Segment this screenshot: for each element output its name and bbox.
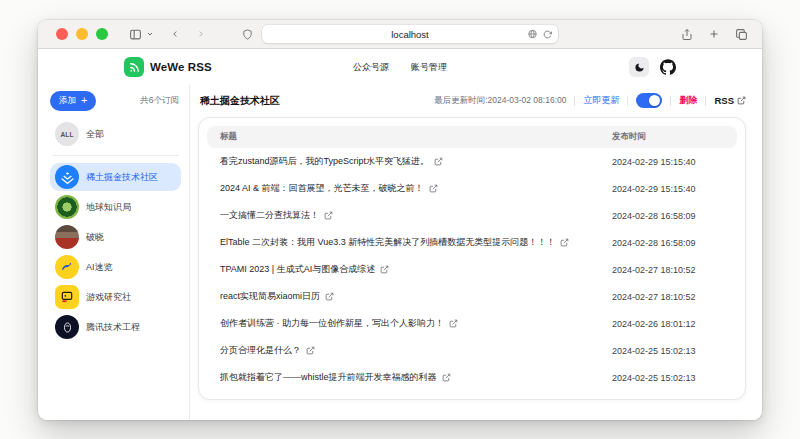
nav-feeds[interactable]: 公众号源 (353, 61, 389, 74)
back-button[interactable] (170, 28, 180, 40)
article-title-link[interactable]: 抓包就指着它了——whistle提升前端开发幸福感的利器 (220, 371, 612, 384)
table-row[interactable]: 看完zustand源码后，我的TypeScript水平突飞猛进。2024-02-… (207, 148, 737, 175)
feed-item[interactable]: AI速览 (50, 253, 181, 281)
external-link-icon (560, 238, 569, 247)
table-header: 标题 发布时间 (207, 126, 737, 148)
feed-item-all[interactable]: ALL 全部 (50, 120, 181, 148)
brand[interactable]: WeWe RSS (124, 57, 212, 77)
wewe-rss-logo-icon (124, 57, 144, 77)
feed-list: ALL 全部 稀土掘金技术社区地球知识局破晓AI速览游戏研究社腾讯技术工程 (50, 120, 181, 341)
feed-item[interactable]: 破晓 (50, 223, 181, 251)
article-title: 看完zustand源码后，我的TypeScript水平突飞猛进。 (220, 155, 429, 168)
article-title-link[interactable]: 2024 AI & 前端：回首展望，光芒未至，破晓之前！ (220, 182, 612, 195)
divider (52, 155, 179, 156)
external-link-icon (449, 319, 458, 328)
nav-accounts[interactable]: 账号管理 (411, 61, 447, 74)
add-subscription-button[interactable]: 添加+ (50, 91, 96, 111)
article-title-link[interactable]: 分页合理化是什么？ (220, 344, 612, 357)
feed-item[interactable]: 腾讯技术工程 (50, 313, 181, 341)
sidebar-toggle-icon[interactable] (128, 28, 143, 41)
desktop: localhost (0, 0, 800, 439)
article-title: 分页合理化是什么？ (220, 344, 301, 357)
article-title-link[interactable]: 看完zustand源码后，我的TypeScript水平突飞猛进。 (220, 155, 612, 168)
subscription-count: 共6个订阅 (140, 95, 181, 107)
table-row[interactable]: ElTable 二次封装：我用 Vue3.3 新特性完美解决了列插槽数据无类型提… (207, 229, 737, 256)
moon-icon (634, 62, 645, 73)
table-row[interactable]: 创作者训练营 · 助力每一位创作新星，写出个人影响力！2024-02-26 18… (207, 310, 737, 337)
rss-link[interactable]: RSS (714, 95, 746, 106)
feed-item[interactable]: 游戏研究社 (50, 283, 181, 311)
chevron-down-icon[interactable] (146, 30, 154, 38)
article-title-link[interactable]: react实现简易xiaomi日历 (220, 290, 612, 303)
penguin-logo-icon (55, 315, 79, 339)
feed-item-label: 稀土掘金技术社区 (86, 171, 158, 184)
feed-item[interactable]: 稀土掘金技术社区 (50, 163, 181, 191)
article-title: 创作者训练营 · 助力每一位创作新星，写出个人影响力！ (220, 317, 444, 330)
external-link-icon (306, 346, 315, 355)
minimize-window-button[interactable] (76, 28, 88, 40)
article-title-link[interactable]: 创作者训练营 · 助力每一位创作新星，写出个人影响力！ (220, 317, 612, 330)
external-link-icon (442, 373, 451, 382)
feed-item-label: 腾讯技术工程 (86, 321, 140, 334)
app-header: WeWe RSS 公众号源 账号管理 (38, 49, 762, 85)
close-window-button[interactable] (56, 28, 68, 40)
refresh-now-button[interactable]: 立即更新 (583, 94, 619, 107)
app-title: WeWe RSS (150, 61, 212, 73)
last-update-time: 最后更新时间:2024-03-02 08:16:00 (434, 95, 566, 107)
table-row[interactable]: 分页合理化是什么？2024-02-25 15:02:13 (207, 337, 737, 364)
table-row[interactable]: TPAMI 2023 | 生成式AI与图像合成综述2024-02-27 18:1… (207, 256, 737, 283)
feed-title: 稀土掘金技术社区 (200, 94, 280, 108)
feed-item[interactable]: 地球知识局 (50, 193, 181, 221)
main-panel: 稀土掘金技术社区 最后更新时间:2024-03-02 08:16:00 立即更新… (190, 85, 762, 420)
publish-time: 2024-02-25 15:02:13 (612, 346, 724, 356)
publish-time: 2024-02-26 18:01:12 (612, 319, 724, 329)
table-row[interactable]: 2024 AI & 前端：回首展望，光芒未至，破晓之前！2024-02-29 1… (207, 175, 737, 202)
address-bar[interactable]: localhost (262, 25, 558, 44)
article-title: 一文搞懂二分查找算法！ (220, 209, 319, 222)
article-title: 抓包就指着它了——whistle提升前端开发幸福感的利器 (220, 371, 437, 384)
feed-item-label: 游戏研究社 (86, 291, 131, 304)
shield-icon[interactable] (242, 28, 253, 40)
sidebar: 添加+ 共6个订阅 ALL 全部 稀土掘金技术社区地球知识局破晓AI速览游戏研究… (38, 85, 190, 420)
person-avatar (55, 225, 79, 249)
table-row[interactable]: 抓包就指着它了——whistle提升前端开发幸福感的利器2024-02-25 1… (207, 364, 737, 391)
external-link-icon (325, 292, 334, 301)
article-title-link[interactable]: 一文搞懂二分查找算法！ (220, 209, 612, 222)
article-title-link[interactable]: TPAMI 2023 | 生成式AI与图像合成综述 (220, 263, 612, 276)
forward-button[interactable] (196, 28, 206, 40)
feed-item-label: AI速览 (86, 261, 113, 274)
publish-time: 2024-02-29 15:15:40 (612, 157, 724, 167)
fullscreen-window-button[interactable] (96, 28, 108, 40)
table-row[interactable]: 一文搞懂二分查找算法！2024-02-28 16:58:09 (207, 202, 737, 229)
feed-item-label: 全部 (86, 128, 104, 141)
feed-enabled-toggle[interactable] (636, 93, 662, 108)
share-icon[interactable] (681, 28, 693, 41)
publish-time: 2024-02-28 16:58:09 (612, 211, 724, 221)
reload-icon[interactable] (543, 29, 552, 39)
browser-window: localhost (38, 20, 762, 420)
divider (670, 96, 671, 106)
external-link-icon (737, 96, 746, 105)
all-avatar: ALL (55, 122, 79, 146)
toggle-knob (649, 95, 660, 106)
delete-button[interactable]: 删除 (679, 94, 697, 107)
tab-overview-icon[interactable] (735, 28, 748, 41)
external-link-icon (429, 184, 438, 193)
publish-time: 2024-02-27 18:10:52 (612, 265, 724, 275)
table-row[interactable]: react实现简易xiaomi日历2024-02-27 18:10:52 (207, 283, 737, 310)
juejin-logo-icon (55, 165, 79, 189)
github-link-icon[interactable] (660, 59, 676, 75)
new-tab-icon[interactable] (708, 28, 720, 40)
plus-icon: + (81, 95, 87, 106)
external-link-icon (380, 265, 389, 274)
main-nav: 公众号源 账号管理 (353, 61, 447, 74)
table-body: 看完zustand源码后，我的TypeScript水平突飞猛进。2024-02-… (207, 148, 737, 391)
feed-toolbar: 稀土掘金技术社区 最后更新时间:2024-03-02 08:16:00 立即更新… (198, 88, 746, 113)
article-title-link[interactable]: ElTable 二次封装：我用 Vue3.3 新特性完美解决了列插槽数据无类型提… (220, 236, 612, 249)
column-title: 标题 (220, 131, 612, 143)
translate-icon[interactable] (528, 30, 537, 39)
publish-time: 2024-02-27 18:10:52 (612, 292, 724, 302)
article-title: TPAMI 2023 | 生成式AI与图像合成综述 (220, 263, 375, 276)
divider (705, 96, 706, 106)
dark-mode-toggle[interactable] (629, 57, 649, 77)
